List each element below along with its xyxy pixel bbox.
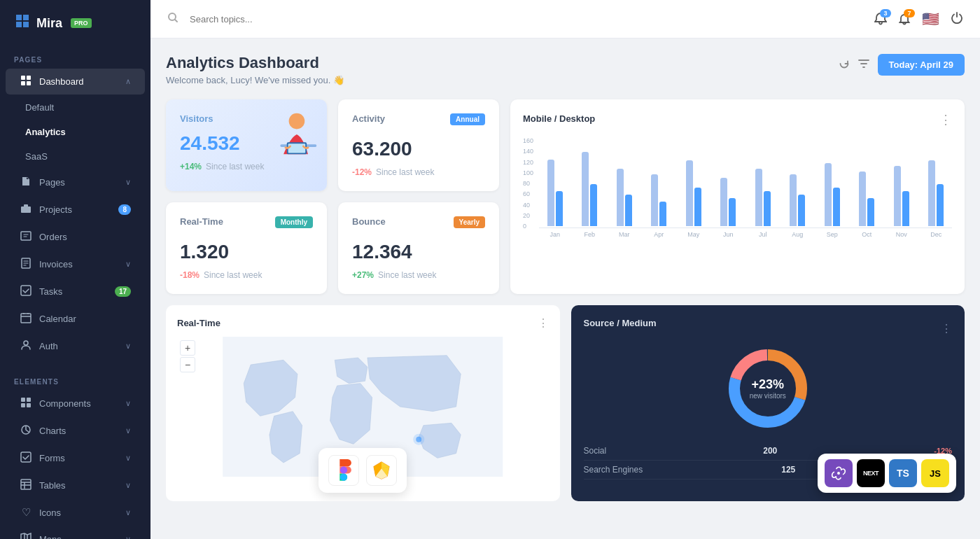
map-header: Real-Time ⋮ [177, 316, 549, 330]
bar-nov [886, 166, 918, 226]
sidebar-item-invoices[interactable]: Invoices ∨ [6, 251, 145, 277]
sidebar-item-tables[interactable]: Tables ∨ [6, 472, 145, 498]
map-more-icon[interactable]: ⋮ [538, 316, 549, 330]
sidebar-item-default[interactable]: Default [6, 96, 145, 119]
pro-badge: PRO [71, 18, 92, 28]
realtime-footer: -18% Since last week [180, 270, 313, 280]
power-icon[interactable] [951, 11, 963, 27]
map-header-area: Real-Time ⋮ [166, 305, 560, 330]
sidebar-item-components[interactable]: Components ∨ [6, 391, 145, 416]
page-actions: Today: April 29 [839, 54, 965, 76]
sidebar-item-projects[interactable]: Projects 8 [6, 197, 145, 223]
realtime-card: Real-Time Monthly 1.320 -18% Since last … [166, 202, 327, 294]
bell-button[interactable]: 7 [898, 13, 911, 25]
pages-chevron: ∨ [125, 178, 131, 187]
components-label: Components [39, 398, 91, 409]
realtime-map-card: Real-Time ⋮ + − [166, 305, 560, 501]
components-icon [20, 397, 32, 410]
tasks-badge: 17 [115, 286, 131, 297]
bar-may [678, 160, 710, 226]
sidebar-item-charts[interactable]: Charts ∨ [6, 418, 145, 444]
realtime-change: -18% [180, 270, 200, 280]
bell-count: 7 [904, 9, 915, 18]
refresh-icon[interactable] [839, 58, 850, 72]
sidebar-item-maps[interactable]: Maps ∨ [6, 526, 145, 539]
icons-label: Icons [39, 507, 61, 518]
chart-header: Mobile / Desktop ⋮ [523, 112, 952, 127]
svg-rect-10 [21, 398, 25, 402]
svg-rect-4 [21, 206, 31, 213]
dashboard-icon [20, 75, 32, 88]
bar-aug [782, 174, 814, 226]
sidebar-item-forms[interactable]: Forms ∨ [6, 445, 145, 471]
search-icon [167, 12, 178, 26]
bar-chart-container: 160 140 120 100 80 60 40 20 0 [523, 137, 952, 242]
tables-chevron: ∨ [125, 481, 131, 490]
bounce-header: Bounce Yearly [352, 216, 485, 235]
charts-chevron: ∨ [125, 426, 131, 435]
charts-icon [20, 424, 32, 438]
sidebar-item-auth[interactable]: Auth ∨ [6, 333, 145, 359]
svg-rect-8 [21, 314, 31, 323]
redux-logo [825, 459, 853, 487]
chart-more-icon[interactable]: ⋮ [939, 112, 952, 127]
logo-area[interactable]: Mira PRO [0, 0, 150, 46]
donut-area: +23% new visitors [584, 346, 953, 430]
top-section: Visitors 24.532 +14% Since last week [166, 99, 965, 294]
sidebar-item-orders[interactable]: Orders [6, 224, 145, 250]
x-axis-labels: Jan Feb Mar Apr May Jun Jul Aug Sep Oct … [539, 231, 952, 238]
filter-icon[interactable] [858, 58, 869, 72]
sidebar-item-saas[interactable]: SaaS [6, 145, 145, 168]
activity-badge: Annual [450, 113, 485, 125]
forms-label: Forms [39, 453, 65, 463]
projects-label: Projects [39, 204, 72, 215]
mobile-desktop-chart-card: Mobile / Desktop ⋮ 160 140 120 100 80 60… [510, 99, 965, 294]
forms-icon [20, 451, 32, 465]
default-label: Default [25, 102, 54, 113]
realtime-title: Real-Time [180, 216, 223, 227]
orders-icon [20, 230, 32, 244]
svg-rect-2 [21, 81, 25, 85]
visitor-illustration [260, 106, 320, 162]
svg-rect-12 [21, 403, 25, 407]
maps-chevron: ∨ [125, 535, 131, 539]
social-value: 200 [763, 446, 777, 456]
projects-icon [20, 203, 32, 216]
source-more-icon[interactable]: ⋮ [941, 322, 952, 335]
visitors-since: Since last week [206, 162, 264, 172]
sidebar-item-tasks[interactable]: Tasks 17 [6, 279, 145, 304]
flag-icon[interactable]: 🇺🇸 [922, 10, 939, 27]
charts-label: Charts [39, 426, 66, 436]
sidebar-item-analytics[interactable]: Analytics [6, 120, 145, 144]
activity-value: 63.200 [352, 138, 485, 160]
map-zoom-in[interactable]: + [180, 340, 195, 356]
svg-rect-0 [21, 76, 25, 80]
sidebar: Mira PRO PAGES Dashboard ∧ Default Analy… [0, 0, 150, 539]
notifications-button[interactable]: 3 [874, 13, 887, 25]
map-zoom-out[interactable]: − [180, 357, 195, 372]
visitors-footer: +14% Since last week [180, 162, 313, 172]
bar-jul [747, 169, 779, 226]
sidebar-item-dashboard[interactable]: Dashboard ∧ [6, 69, 145, 94]
logo-icon [14, 13, 31, 34]
bar-chart [539, 137, 952, 228]
y-axis: 160 140 120 100 80 60 40 20 0 [523, 137, 539, 242]
sidebar-item-icons[interactable]: ♡ Icons ∨ [6, 500, 145, 525]
svg-point-27 [413, 434, 424, 445]
sidebar-item-calendar[interactable]: Calendar [6, 306, 145, 332]
notifications-count: 3 [880, 9, 891, 18]
sidebar-item-pages[interactable]: Pages ∨ [6, 169, 145, 195]
page-subtitle: Welcome back, Lucy! We've missed you. 👋 [166, 75, 344, 85]
maps-label: Maps [39, 534, 62, 539]
search-input[interactable] [190, 14, 863, 24]
search-name: Search Engines [584, 465, 643, 475]
svg-rect-15 [21, 452, 31, 462]
date-button[interactable]: Today: April 29 [878, 54, 965, 76]
page-header: Analytics Dashboard Welcome back, Lucy! … [166, 54, 965, 85]
pages-section-title: PAGES [0, 46, 150, 68]
activity-title: Activity [352, 113, 385, 124]
icons-chevron: ∨ [125, 508, 131, 517]
components-chevron: ∨ [125, 399, 131, 408]
sketch-logo [366, 455, 397, 486]
bar-oct [851, 172, 883, 226]
